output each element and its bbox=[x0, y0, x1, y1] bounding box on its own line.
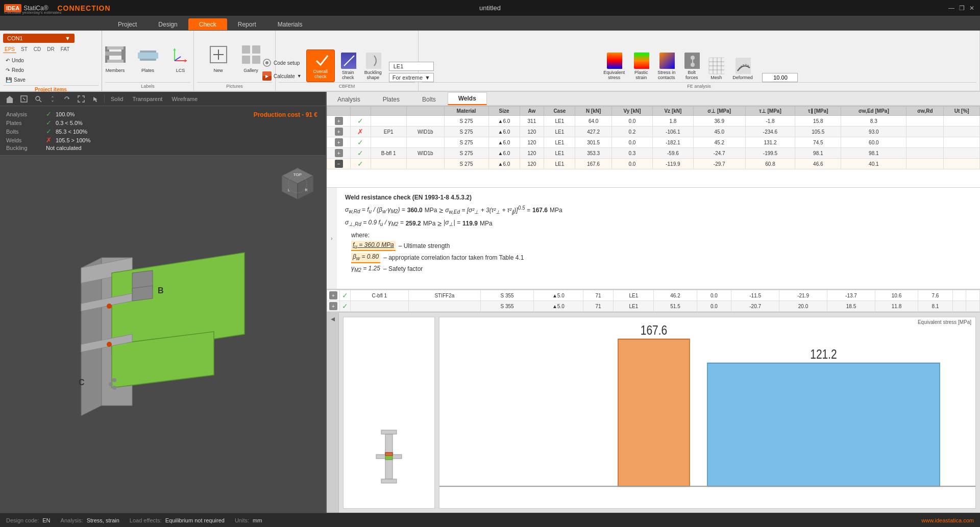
solid-mode[interactable]: Solid bbox=[108, 95, 126, 103]
svg-rect-80 bbox=[707, 363, 940, 486]
proj-tab-eps[interactable]: EPS bbox=[3, 46, 16, 53]
stress-in-contacts-btn[interactable]: Stress incontacts bbox=[654, 51, 678, 82]
expand-tool[interactable] bbox=[76, 93, 87, 105]
expand-row3[interactable]: + bbox=[335, 138, 343, 146]
members-icon bbox=[103, 42, 128, 67]
expand-row6[interactable]: + bbox=[329, 291, 337, 299]
redo-btn[interactable]: ↷ Redo bbox=[3, 66, 99, 74]
tab-materials[interactable]: Materials bbox=[267, 18, 313, 30]
main-area: Solid Transparent Wireframe Analysis ✓ 1… bbox=[0, 92, 980, 513]
expand-row2[interactable]: + bbox=[335, 128, 343, 136]
svg-point-30 bbox=[691, 63, 695, 67]
table-row: + ✓ S 275 ▲6.0 311 LE1 64.0 0.0 1.8 36.9… bbox=[327, 116, 980, 127]
svg-rect-18 bbox=[252, 56, 260, 64]
tab-project[interactable]: Project bbox=[107, 18, 148, 30]
col-sigma-perp: σ⊥ [MPa] bbox=[693, 107, 745, 116]
weld-check-detail: › Weld resistance check (EN 1993-1-8 4.5… bbox=[327, 188, 980, 290]
strain-check-btn[interactable]: Straincheck bbox=[337, 51, 359, 82]
label-b: B bbox=[158, 286, 164, 295]
svg-point-58 bbox=[109, 382, 113, 386]
deformed-btn[interactable]: Deformed bbox=[729, 56, 756, 82]
label-c: C bbox=[79, 378, 85, 387]
mesh-btn[interactable]: Mesh bbox=[705, 56, 727, 82]
weld-section-chart bbox=[343, 317, 435, 509]
stress-chart-svg: 167.6 121.2 bbox=[439, 317, 975, 508]
tab-plates[interactable]: Plates bbox=[372, 93, 410, 105]
new-picture-btn[interactable]: New bbox=[203, 40, 234, 75]
home-tool[interactable] bbox=[4, 93, 15, 105]
overall-check-btn[interactable]: Overallcheck bbox=[306, 49, 335, 82]
code-setup-btn[interactable]: Code setup bbox=[260, 57, 304, 69]
col-vy: Vy [kN] bbox=[611, 107, 652, 116]
search-tool[interactable] bbox=[33, 93, 44, 105]
viewport[interactable]: B C TOP L R bbox=[0, 156, 326, 513]
equivalent-stress-btn[interactable]: Equivalentstress bbox=[600, 51, 628, 82]
proj-tab-fat[interactable]: FAT bbox=[59, 46, 71, 53]
plastic-strain-btn[interactable]: Plasticstrain bbox=[630, 51, 652, 82]
undo-btn[interactable]: ↶ Undo bbox=[3, 56, 99, 65]
restore-btn[interactable]: ❐ bbox=[958, 4, 966, 12]
save-icon: 💾 bbox=[6, 77, 12, 83]
project-dropdown[interactable]: CON1 ▼ bbox=[3, 34, 75, 43]
col-material: Material bbox=[444, 107, 488, 116]
website-link[interactable]: www.ideastatica.com bbox=[921, 517, 974, 523]
tab-report[interactable]: Report bbox=[227, 18, 267, 30]
selection-tool[interactable] bbox=[90, 93, 101, 105]
title-bar-left: IDEA StatiCa® CONNECTION Calculate yeste… bbox=[4, 4, 111, 12]
expand-row4[interactable]: + bbox=[335, 149, 343, 157]
production-cost: Production cost - 91 € bbox=[252, 109, 320, 120]
formula-line-2: σ⊥,Rd = 0.9 fu / γM2 = 259.2 MPa ≥ |σ⊥| … bbox=[345, 219, 972, 227]
svg-rect-15 bbox=[242, 45, 250, 54]
expand-row1[interactable]: + bbox=[335, 117, 343, 125]
tab-design[interactable]: Design bbox=[148, 18, 188, 30]
tab-analysis[interactable]: Analysis bbox=[327, 93, 371, 105]
rotate-tool[interactable] bbox=[61, 93, 72, 105]
svg-marker-10 bbox=[185, 59, 187, 62]
proj-tab-dr[interactable]: DR bbox=[45, 46, 56, 53]
buckling-shape-btn[interactable]: Bucklingshape bbox=[361, 51, 385, 82]
plates-btn[interactable]: Plates bbox=[133, 40, 163, 75]
deformed-icon bbox=[734, 58, 751, 74]
move-tool[interactable] bbox=[47, 93, 58, 105]
buckling-shape-icon bbox=[365, 53, 381, 69]
zoom-fit-tool[interactable] bbox=[18, 93, 30, 105]
col-size: Size bbox=[488, 107, 520, 116]
expand-row7[interactable]: + bbox=[329, 302, 337, 310]
proj-tab-cd[interactable]: CD bbox=[32, 46, 42, 53]
bolt-forces-btn[interactable]: Boltforces bbox=[680, 51, 703, 82]
weld-cross-section bbox=[358, 425, 420, 504]
undo-icon: ↶ bbox=[6, 58, 10, 63]
svg-line-45 bbox=[39, 100, 41, 102]
expand-row5[interactable]: − bbox=[335, 160, 343, 168]
close-btn[interactable]: ✕ bbox=[968, 4, 976, 12]
svg-text:121.2: 121.2 bbox=[810, 347, 837, 361]
wireframe-mode[interactable]: Wireframe bbox=[168, 95, 201, 103]
bolts-status: Bolts ✓ 85.3 < 100% bbox=[6, 128, 90, 135]
cube-nav[interactable]: TOP L R bbox=[280, 166, 315, 203]
tab-bolts[interactable]: Bolts bbox=[411, 93, 447, 105]
num-value-input[interactable] bbox=[762, 73, 798, 82]
svg-rect-6 bbox=[138, 53, 158, 59]
welds-table-container[interactable]: Material Size Aw Case N [kN] Vy [kN] Vz … bbox=[327, 106, 980, 188]
right-panel: Analysis Plates Bolts Welds Material Siz… bbox=[327, 92, 980, 513]
where-item-fu: fu = 360.0 MPa – Ultimate strength bbox=[351, 241, 972, 251]
status-bar-left: Design code: EN Analysis: Stress, strain… bbox=[6, 517, 262, 523]
svg-rect-26 bbox=[634, 53, 649, 69]
equivalent-stress-icon bbox=[606, 53, 622, 69]
tab-welds[interactable]: Welds bbox=[448, 92, 487, 105]
redo-icon: ↷ bbox=[6, 67, 10, 73]
transparent-mode[interactable]: Transparent bbox=[129, 95, 165, 103]
tab-check[interactable]: Check bbox=[188, 18, 227, 30]
save-btn[interactable]: 💾 Save bbox=[3, 76, 99, 84]
welds-tbody: + ✓ S 275 ▲6.0 311 LE1 64.0 0.0 1.8 36.9… bbox=[327, 116, 980, 169]
calculate-btn[interactable]: ▶ Calculate ▼ bbox=[260, 70, 304, 82]
chart-expand-btn[interactable] bbox=[327, 313, 339, 513]
minimize-btn[interactable]: — bbox=[947, 4, 955, 12]
proj-tab-st[interactable]: ST bbox=[19, 46, 29, 53]
svg-point-55 bbox=[107, 342, 112, 347]
detail-collapse-btn[interactable]: › bbox=[327, 188, 337, 289]
members-btn[interactable]: Members bbox=[100, 40, 131, 75]
lcs-btn[interactable]: LCS bbox=[165, 40, 196, 75]
svg-rect-4 bbox=[107, 60, 124, 63]
toolbar-sep bbox=[104, 95, 105, 103]
